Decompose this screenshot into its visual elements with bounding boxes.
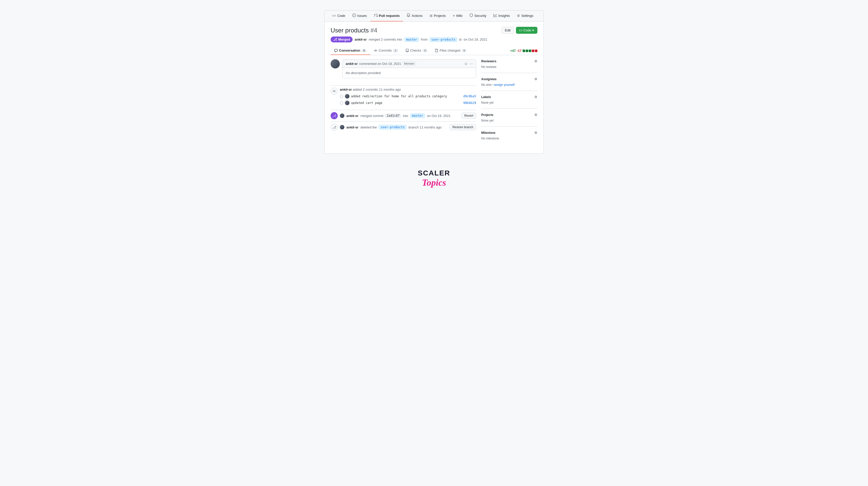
merged-event-avatar [340, 113, 344, 118]
smiley-icon[interactable]: ☺ [464, 62, 468, 66]
sidebar-assignees-value: No one— [481, 83, 494, 87]
sidebar-labels: Labels ⚙ None yet [481, 95, 537, 109]
merge-icon: ⎇ [333, 37, 337, 41]
restore-branch-button[interactable]: Restore branch [450, 124, 476, 130]
commits-actor[interactable]: ankit-sr [340, 88, 352, 91]
commit-sha-1[interactable]: d9c0ba5 [463, 94, 476, 98]
tab-files-changed-label: Files changed [440, 49, 460, 52]
delete-event-avatar [340, 125, 344, 129]
avatar [331, 59, 340, 68]
logo-topics: Topics [422, 177, 446, 188]
sidebar-reviewers-gear[interactable]: ⚙ [534, 59, 537, 63]
code-button[interactable]: Code ▾ [516, 27, 537, 34]
deleted-branch[interactable]: user-products [379, 125, 406, 129]
sidebar-reviewers-title: Reviewers [481, 60, 496, 63]
nav-label-pull-requests: Pull requests [379, 14, 400, 18]
comment-meta: commented on Oct 19, 2021 [359, 62, 401, 66]
sidebar-projects: Projects ⚙ None yet [481, 113, 537, 127]
copy-icon[interactable]: ⧉ [459, 38, 462, 41]
nav-label-code: Code [337, 14, 345, 18]
diff-bar-4 [532, 50, 534, 52]
tab-checks-count: 0 [423, 49, 428, 52]
nav-item-wiki[interactable]: ≡ Wiki [449, 11, 466, 21]
nav-item-security[interactable]: Security [466, 10, 490, 22]
tab-conversation-label: Conversation [339, 49, 360, 52]
main-content: User products #4 Edit Code ▾ ⎇ Merged [324, 22, 544, 153]
delete-action: deleted the [361, 125, 377, 129]
nav-label-projects: Projects [434, 14, 446, 18]
delete-actor[interactable]: ankit-sr [346, 125, 359, 129]
tab-checks[interactable]: Checks 0 [402, 47, 431, 55]
commits-added-icon [331, 88, 338, 95]
checks-icon [405, 49, 409, 52]
merged-event: ⎇ ankit-sr merged commit 2ad1c67 into ma… [331, 110, 476, 121]
tab-commits[interactable]: Commits 2 [370, 47, 402, 55]
merged-action-text: merged commit [361, 114, 383, 118]
sidebar-assignees: Assignees ⚙ No one—assign yourself [481, 77, 537, 91]
pr-actions: Edit Code ▾ [502, 27, 537, 34]
merged-sha[interactable]: 2ad1c67 [385, 114, 401, 118]
commit-sha-2[interactable]: 9864b29 [463, 101, 476, 105]
nav-label-security: Security [474, 14, 486, 18]
sidebar-labels-title: Labels [481, 95, 491, 99]
settings-icon: ⚙ [517, 14, 520, 18]
timeline-commits-added: ankit-sr added 2 commits 11 months ago a… [331, 85, 476, 110]
nav-item-pull-requests[interactable]: Pull requests [370, 10, 403, 22]
pr-title-row: User products #4 Edit Code ▾ [331, 27, 537, 34]
top-nav: <> Code Issues Pull requests Actions [324, 10, 544, 22]
pr-number: #4 [370, 27, 377, 34]
tab-commits-label: Commits [379, 49, 392, 52]
nav-item-code[interactable]: <> Code [329, 11, 349, 21]
revert-button[interactable]: Revert [462, 113, 476, 119]
edit-button[interactable]: Edit [502, 27, 514, 34]
sidebar-assignees-gear[interactable]: ⚙ [534, 77, 537, 81]
sidebar-reviewers: Reviewers ⚙ No reviews [481, 59, 537, 73]
merged-actor[interactable]: ankit-sr [346, 114, 359, 118]
sidebar-projects-title: Projects [481, 113, 493, 117]
commit-avatar-1 [345, 94, 349, 98]
merged-badge: ⎇ Merged [331, 36, 352, 42]
tab-files-changed-count: 4 [462, 49, 467, 52]
nav-item-actions[interactable]: Actions [403, 10, 426, 22]
comment-header-left: ankit-sr commented on Oct 19, 2021 Membe… [346, 62, 416, 66]
sidebar-labels-header: Labels ⚙ [481, 95, 537, 99]
chevron-down-icon: ▾ [532, 28, 534, 32]
target-branch[interactable]: master [404, 37, 419, 42]
nav-label-actions: Actions [411, 14, 423, 18]
nav-item-projects[interactable]: ⊞ Projects [426, 11, 449, 21]
tab-files-changed[interactable]: Files changed 4 [431, 47, 470, 55]
commit-message-2: updated cart page [351, 101, 462, 105]
nav-label-settings: Settings [521, 14, 533, 18]
sidebar-milestone-header: Milestone ⚙ [481, 131, 537, 134]
sidebar-labels-gear[interactable]: ⚙ [534, 95, 537, 99]
tab-conversation-count: 0 [362, 49, 367, 52]
sidebar-projects-header: Projects ⚙ [481, 113, 537, 117]
merged-branch[interactable]: master [410, 113, 425, 118]
nav-item-insights[interactable]: Insights [490, 10, 514, 22]
logo-scaler: SCALER [418, 169, 450, 177]
nav-item-settings[interactable]: ⚙ Settings [514, 11, 537, 21]
tab-conversation[interactable]: Conversation 0 [331, 47, 370, 55]
comment-body: No description provided. [343, 68, 476, 78]
nav-item-issues[interactable]: Issues [349, 10, 370, 22]
wiki-icon: ≡ [453, 14, 455, 18]
sidebar-milestone-gear[interactable]: ⚙ [534, 131, 537, 134]
insights-icon [494, 13, 497, 18]
comment-author[interactable]: ankit-sr [346, 62, 358, 66]
commit-avatar-2 [345, 101, 349, 105]
nav-label-issues: Issues [357, 14, 367, 18]
sidebar-assignees-header: Assignees ⚙ [481, 77, 537, 81]
comment-box: ankit-sr commented on Oct 19, 2021 Membe… [342, 59, 476, 78]
files-icon [435, 49, 438, 52]
pr-author[interactable]: ankit-sr [354, 37, 367, 41]
assign-yourself-link[interactable]: assign yourself [494, 83, 515, 87]
merged-event-icon: ⎇ [331, 112, 338, 119]
more-options-icon[interactable]: ··· [470, 62, 473, 66]
source-branch[interactable]: user-products [430, 37, 457, 42]
commit-item-2: updated cart page 9864b29 [340, 100, 476, 106]
nav-label-wiki: Wiki [456, 14, 463, 18]
comment-header: ankit-sr commented on Oct 19, 2021 Membe… [343, 60, 476, 68]
sidebar-projects-gear[interactable]: ⚙ [534, 113, 537, 117]
member-badge: Member [403, 62, 416, 66]
sidebar-assignees-title: Assignees [481, 78, 497, 81]
